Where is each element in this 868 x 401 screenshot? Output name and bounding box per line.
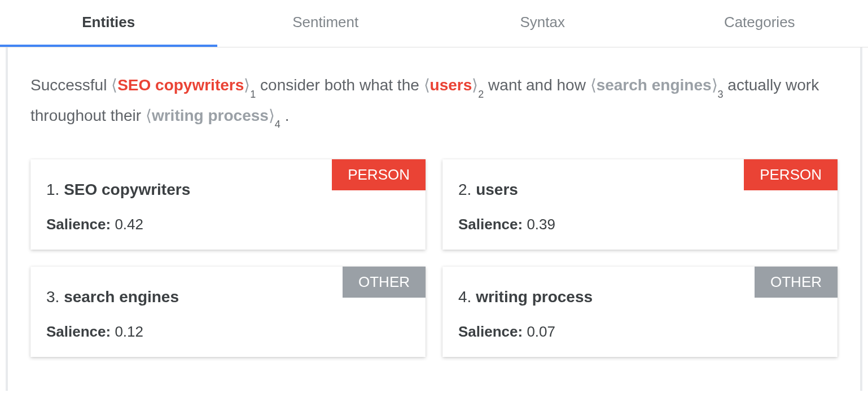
entity-bracket-close: ⟩: [712, 76, 718, 94]
salience-value: 0.39: [527, 216, 555, 233]
entity-name: users: [476, 181, 518, 198]
entity-mention: writing process: [152, 107, 269, 124]
salience-label: Salience:: [46, 323, 111, 340]
salience-label: Salience:: [458, 323, 523, 340]
entity-name: SEO copywriters: [64, 181, 190, 198]
tab-categories[interactable]: Categories: [651, 0, 869, 47]
content-panel: Successful ⟨SEO copywriters⟩1 consider b…: [6, 47, 862, 391]
tab-syntax[interactable]: Syntax: [434, 0, 651, 47]
entity-subscript-index: 1: [250, 89, 256, 100]
salience-label: Salience:: [458, 216, 523, 233]
salience-value: 0.42: [115, 216, 143, 233]
entity-bracket-close: ⟩: [472, 76, 478, 94]
entity-category-badge: OTHER: [755, 267, 838, 298]
entity-salience: Salience: 0.42: [46, 216, 410, 233]
entity-mention: users: [430, 76, 472, 94]
entity-card: OTHER 3. search engines Salience: 0.12: [30, 267, 426, 357]
entity-name: writing process: [476, 288, 593, 306]
entity-index: 4.: [458, 288, 471, 306]
entity-salience: Salience: 0.07: [458, 323, 822, 341]
entity-mention: SEO copywriters: [117, 76, 244, 94]
entity-bracket-open: ⟨: [146, 107, 152, 124]
entity-index: 3.: [46, 288, 59, 306]
entity-salience: Salience: 0.12: [46, 323, 410, 341]
entity-card: PERSON 1. SEO copywriters Salience: 0.42: [30, 159, 426, 250]
entity-salience: Salience: 0.39: [458, 216, 822, 233]
analyzed-sentence: Successful ⟨SEO copywriters⟩1 consider b…: [30, 70, 838, 131]
entity-mention: search engines: [597, 76, 712, 94]
entity-bracket-open: ⟨: [424, 76, 430, 94]
salience-label: Salience:: [46, 216, 111, 233]
entity-name: search engines: [64, 288, 179, 306]
salience-value: 0.12: [115, 323, 143, 340]
tab-entities[interactable]: Entities: [0, 0, 217, 47]
entity-category-badge: PERSON: [332, 159, 426, 190]
entity-category-badge: PERSON: [744, 159, 838, 190]
entity-cards-grid: PERSON 1. SEO copywriters Salience: 0.42…: [30, 159, 838, 357]
entity-subscript-index: 4: [275, 119, 280, 130]
entity-card: OTHER 4. writing process Salience: 0.07: [442, 267, 838, 357]
entity-index: 1.: [46, 181, 59, 198]
tabs-bar: Entities Sentiment Syntax Categories: [0, 0, 868, 47]
entity-bracket-close: ⟩: [269, 107, 275, 124]
entity-subscript-index: 3: [718, 89, 724, 100]
entity-bracket-close: ⟩: [244, 76, 250, 94]
entity-category-badge: OTHER: [343, 267, 426, 298]
entity-subscript-index: 2: [478, 89, 484, 100]
tab-sentiment[interactable]: Sentiment: [217, 0, 435, 47]
salience-value: 0.07: [527, 323, 555, 340]
entity-index: 2.: [458, 181, 471, 198]
entity-bracket-open: ⟨: [590, 76, 597, 94]
entity-card: PERSON 2. users Salience: 0.39: [442, 159, 838, 250]
entity-bracket-open: ⟨: [111, 76, 117, 94]
